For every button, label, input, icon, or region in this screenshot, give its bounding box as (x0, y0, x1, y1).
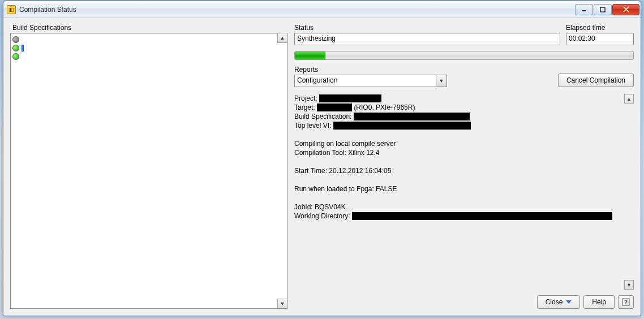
status-field: Synthesizing (294, 33, 560, 45)
report-text-area[interactable]: ▲ Project: Target: (RIO0, PXIe-7965R) Bu… (294, 94, 634, 290)
build-spec-item[interactable] (12, 52, 285, 61)
selection-marker-icon (22, 45, 24, 51)
window-controls (574, 4, 639, 15)
redacted-text (319, 94, 381, 102)
help-button[interactable]: Help (583, 295, 615, 309)
report-line: Compilation Tool: Xilinx 12.4 (294, 148, 624, 157)
target-label: Target: (294, 104, 315, 111)
report-line: Compiling on local compile server (294, 139, 624, 148)
window: ◧ Compilation Status Build Specification… (3, 1, 641, 316)
report-line: Top level VI: (294, 121, 624, 130)
status-dot-green-icon (12, 53, 19, 60)
build-spec-item[interactable] (12, 35, 285, 44)
chevron-down-icon (566, 300, 572, 304)
status-label: Status (294, 24, 560, 32)
progress-fill (295, 51, 325, 59)
elapsed-label: Elapsed time (566, 24, 634, 32)
titlebar: ◧ Compilation Status (3, 1, 641, 18)
close-button[interactable]: Close (537, 295, 581, 309)
build-spec-label: Build Specifications (12, 24, 287, 32)
elapsed-field: 00:02:30 (566, 33, 634, 45)
progress-bar (294, 51, 634, 60)
redacted-text (352, 212, 612, 220)
build-spec-list[interactable]: ▲ ▼ (10, 33, 287, 309)
project-label: Project: (294, 94, 317, 102)
right-pane: Status Synthesizing Elapsed time 00:02:3… (294, 24, 634, 309)
client-area: Build Specifications ▲ ▼ (3, 18, 641, 316)
redacted-text (317, 104, 352, 111)
context-help-icon: ? (622, 298, 630, 306)
svg-rect-0 (582, 10, 586, 11)
report-line: Start Time: 20.12.2012 16:04:05 (294, 166, 624, 175)
minimize-button[interactable] (575, 4, 593, 15)
reports-combo[interactable]: Configuration ▼ (294, 75, 447, 87)
report-line: Build Specification: (294, 112, 624, 121)
window-title: Compilation Status (19, 6, 574, 14)
svg-text:?: ? (624, 299, 628, 305)
scroll-down-button[interactable]: ▼ (277, 299, 287, 308)
report-blank-line (294, 175, 624, 184)
toplevel-label: Top level VI: (294, 122, 331, 130)
report-blank-line (294, 157, 624, 166)
redacted-text (333, 122, 471, 130)
redacted-text (354, 113, 470, 120)
reports-combo-value: Configuration (294, 75, 436, 87)
report-line: Run when loaded to Fpga: FALSE (294, 184, 624, 193)
target-suffix: (RIO0, PXIe-7965R) (354, 104, 415, 111)
cancel-compilation-button[interactable]: Cancel Compilation (558, 74, 634, 87)
app-icon: ◧ (7, 5, 16, 14)
bottom-button-bar: Close Help ? (294, 295, 634, 309)
report-line: Working Directory: (294, 212, 624, 221)
combo-dropdown-button[interactable]: ▼ (436, 75, 447, 87)
close-button-label: Close (546, 298, 563, 306)
svg-rect-1 (600, 7, 605, 12)
maximize-button[interactable] (594, 4, 612, 15)
status-dot-grey-icon (12, 36, 19, 43)
buildspec-label: Build Specification: (294, 113, 351, 120)
report-line: JobId: BQSV04K (294, 202, 624, 212)
report-line: Target: (RIO0, PXIe-7965R) (294, 103, 624, 112)
workdir-label: Working Directory: (294, 212, 350, 220)
left-pane: Build Specifications ▲ ▼ (10, 24, 287, 309)
scroll-up-button[interactable]: ▲ (277, 33, 287, 43)
scroll-down-button[interactable]: ▼ (624, 280, 634, 290)
report-blank-line (294, 130, 624, 139)
reports-label: Reports (294, 66, 447, 74)
report-line: Project: (294, 94, 624, 103)
status-dot-green-icon (12, 45, 19, 51)
close-window-button[interactable] (612, 4, 639, 15)
build-spec-item[interactable] (12, 44, 285, 52)
context-help-button[interactable]: ? (618, 295, 634, 309)
scroll-up-button[interactable]: ▲ (624, 94, 634, 104)
report-blank-line (294, 193, 624, 202)
